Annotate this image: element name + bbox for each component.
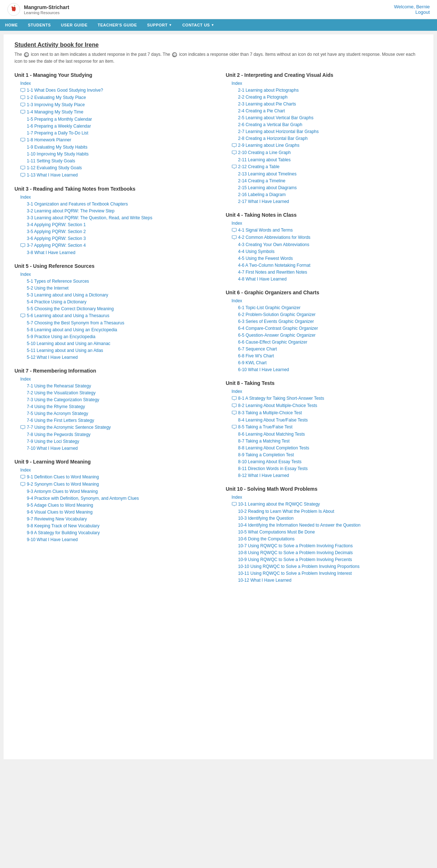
nav-item-support[interactable]: Support▼: [142, 19, 177, 31]
unit-item-link[interactable]: 4-1 Signal Words and Terms: [238, 227, 293, 233]
unit-item-link[interactable]: 5-1 Types of Reference Sources: [27, 278, 89, 285]
unit-index-unit7[interactable]: Index: [20, 377, 211, 382]
unit-index-unit6[interactable]: Index: [232, 298, 423, 303]
unit-item-link[interactable]: 9-1 Definition Clues to Word Meaning: [27, 474, 99, 480]
unit-item-link[interactable]: 1-9 Evaluating My Study Habits: [27, 144, 87, 150]
unit-item-link[interactable]: 2-8 Creating a Horizontal Bar Graph: [238, 135, 308, 142]
nav-item-user-guide[interactable]: User Guide: [56, 19, 92, 31]
unit-item-link[interactable]: 8-6 Learning About Matching Tests: [238, 431, 305, 437]
unit-item-link[interactable]: 4-5 Using the Fewest Words: [238, 255, 293, 262]
unit-index-unit3[interactable]: Index: [20, 195, 211, 200]
unit-item-link[interactable]: 7-10 What I Have Learned: [27, 445, 78, 452]
unit-item-link[interactable]: 8-3 Taking a Multiple-Choice Test: [238, 410, 302, 416]
unit-item-link[interactable]: 2-5 Learning about Vertical Bar Graphs: [238, 115, 314, 121]
unit-item-link[interactable]: 2-7 Learning about Horizontal Bar Graphs: [238, 128, 319, 135]
unit-item-link[interactable]: 10-6 Doing the Computations: [238, 536, 295, 542]
unit-index-unit10[interactable]: Index: [232, 495, 423, 500]
unit-item-link[interactable]: 2-11 Learning about Tables: [238, 157, 291, 163]
unit-item-link[interactable]: 5-5 Choosing the Correct Dictionary Mean…: [27, 306, 114, 312]
unit-item-link[interactable]: 2-3 Learning about Pie Charts: [238, 101, 296, 107]
unit-item-link[interactable]: 8-4 Learning About True/False Tests: [238, 417, 308, 423]
unit-item-link[interactable]: 8-1 A Strategy for Taking Short-Answer T…: [238, 395, 324, 402]
unit-item-link[interactable]: 7-3 Using the Categorization Strategy: [27, 396, 99, 403]
unit-item-link[interactable]: 10-2 Reading to Learn What the Problem I…: [238, 508, 335, 515]
unit-item-link[interactable]: 3-3 Learning about PQRW: The Question, R…: [27, 215, 152, 221]
unit-index-unit1[interactable]: Index: [20, 81, 211, 86]
unit-index-unit2[interactable]: Index: [232, 81, 423, 86]
unit-item-link[interactable]: 10-8 Using RQWQC to Solve a Problem Invo…: [238, 549, 353, 556]
unit-item-link[interactable]: 1-7 Preparing a Daily To-Do List: [27, 130, 88, 136]
unit-index-unit8[interactable]: Index: [232, 389, 423, 394]
unit-item-link[interactable]: 7-4 Using the Rhyme Strategy: [27, 403, 85, 410]
unit-item-link[interactable]: 8-9 Taking a Completion Test: [238, 452, 294, 458]
unit-item-link[interactable]: 2-1 Learning about Pictographs: [238, 87, 299, 94]
unit-item-link[interactable]: 1-3 Improving My Study Place: [27, 101, 85, 108]
unit-item-link[interactable]: 4-4 Using Symbols: [238, 248, 275, 255]
unit-item-link[interactable]: 4-3 Creating Your Own Abbreviations: [238, 241, 310, 248]
unit-item-link[interactable]: 10-11 Using RQWQC to Solve a Problem Inv…: [238, 570, 352, 577]
unit-item-link[interactable]: 8-2 Learning About Multiple-Choice Tests: [238, 402, 318, 409]
unit-item-link[interactable]: 6-7 Sequence Chart: [238, 346, 277, 352]
unit-item-link[interactable]: 1-10 Improving My Study Habits: [27, 151, 89, 157]
unit-item-link[interactable]: 6-10 What I Have Learned: [238, 366, 289, 373]
unit-item-link[interactable]: 10-1 Learning about the RQWQC Strategy: [238, 501, 320, 507]
nav-item-teacher's-guide[interactable]: Teacher's Guide: [93, 19, 142, 31]
unit-item-link[interactable]: 5-12 What I Have Learned: [27, 354, 78, 361]
unit-item-link[interactable]: 4-8 What I Have Learned: [238, 276, 287, 282]
unit-item-link[interactable]: 6-4 Compare-Contrast Graphic Organizer: [238, 325, 318, 332]
unit-item-link[interactable]: 3-6 Applying PQRW: Section 3: [27, 235, 86, 242]
unit-item-link[interactable]: 1-6 Preparing a Weekly Calendar: [27, 123, 91, 129]
unit-item-link[interactable]: 2-6 Creating a Vertical Bar Graph: [238, 121, 302, 128]
unit-item-link[interactable]: 7-6 Using the First Letters Strategy: [27, 417, 94, 424]
unit-item-link[interactable]: 7-2 Using the Visualization Strategy: [27, 390, 96, 396]
unit-item-link[interactable]: 10-9 Using RQWQC to Solve a Problem Invo…: [238, 556, 352, 563]
unit-item-link[interactable]: 7-1 Using the Rehearsal Strategy: [27, 383, 91, 389]
unit-item-link[interactable]: 6-3 Series of Events Graphic Organizer: [238, 318, 314, 325]
unit-item-link[interactable]: 10-5 What Computations Must Be Done: [238, 529, 315, 535]
nav-item-students[interactable]: Students: [23, 19, 56, 31]
unit-item-link[interactable]: 10-4 Identifying the Information Needed …: [238, 522, 361, 528]
unit-item-link[interactable]: 10-12 What I Have Learned: [238, 577, 291, 583]
unit-item-link[interactable]: 2-15 Learning about Diagrams: [238, 184, 297, 191]
unit-item-link[interactable]: 5-6 Learning about and Using a Thesaurus: [27, 312, 109, 319]
unit-item-link[interactable]: 10-7 Using RQWQC to Solve a Problem Invo…: [238, 543, 353, 549]
unit-item-link[interactable]: 9-2 Synonym Clues to Word Meaning: [27, 481, 99, 487]
unit-item-link[interactable]: 7-9 Using the Loci Strategy: [27, 438, 79, 445]
unit-item-link[interactable]: 4-6 A Two-Column Notetaking Format: [238, 262, 311, 269]
unit-item-link[interactable]: 5-8 Learning about and Using an Encyclop…: [27, 327, 117, 333]
unit-item-link[interactable]: 9-10 What I Have Learned: [27, 536, 78, 543]
unit-item-link[interactable]: 1-11 Setting Study Goals: [27, 158, 75, 164]
unit-item-link[interactable]: 10-10 Using RQWQC to Solve a Problem Inv…: [238, 563, 360, 570]
unit-item-link[interactable]: 5-4 Practice Using a Dictionary: [27, 299, 87, 305]
unit-item-link[interactable]: 2-10 Creating a Line Graph: [238, 149, 291, 156]
unit-item-link[interactable]: 8-10 Learning About Essay Tests: [238, 458, 302, 465]
unit-item-link[interactable]: 8-5 Taking a True/False Test: [238, 424, 293, 430]
unit-item-link[interactable]: 5-3 Learning about and Using a Dictionar…: [27, 292, 108, 298]
unit-item-link[interactable]: 10-3 Identifying the Question: [238, 515, 294, 522]
unit-item-link[interactable]: 6-6 Cause-Effect Graphic Organizer: [238, 339, 307, 345]
welcome-link[interactable]: Welcome, Bernie: [394, 4, 430, 9]
unit-item-link[interactable]: 2-12 Creating a Table: [238, 163, 280, 170]
unit-item-link[interactable]: 5-10 Learning about and Using an Almanac: [27, 340, 110, 347]
unit-item-link[interactable]: 8-11 Direction Words in Essay Tests: [238, 465, 308, 472]
unit-item-link[interactable]: 3-7 Applying PQRW: Section 4: [27, 242, 86, 249]
unit-item-link[interactable]: 7-5 Using the Acronym Strategy: [27, 410, 88, 417]
unit-item-link[interactable]: 6-8 Five W's Chart: [238, 353, 274, 359]
unit-item-link[interactable]: 9-5 Adage Clues to Word Meaning: [27, 502, 93, 508]
unit-item-link[interactable]: 9-3 Antonym Clues to Word Meaning: [27, 488, 98, 495]
unit-index-unit4[interactable]: Index: [232, 221, 423, 226]
unit-item-link[interactable]: 1-13 What I Have Learned: [27, 172, 78, 178]
unit-item-link[interactable]: 5-2 Using the Internet: [27, 285, 68, 291]
unit-item-link[interactable]: 6-5 Question-Answer Graphic Organizer: [238, 332, 316, 339]
unit-item-link[interactable]: 2-4 Creating a Pie Chart: [238, 108, 285, 114]
unit-item-link[interactable]: 3-5 Applying PQRW: Section 2: [27, 228, 86, 235]
unit-item-link[interactable]: 3-4 Applying PQRW: Section 1: [27, 221, 86, 228]
unit-item-link[interactable]: 3-2 Learning about PQRW: The Preview Ste…: [27, 208, 114, 214]
unit-item-link[interactable]: 6-2 Problem-Solution Graphic Organizer: [238, 311, 316, 318]
unit-item-link[interactable]: 8-12 What I Have Learned: [238, 472, 289, 479]
unit-item-link[interactable]: 9-8 Keeping Track of New Vocabulary: [27, 523, 100, 529]
unit-item-link[interactable]: 1-12 Evaluating Study Goals: [27, 165, 82, 171]
unit-item-link[interactable]: 2-17 What I Have Learned: [238, 198, 289, 205]
unit-item-link[interactable]: 2-16 Labeling a Diagram: [238, 191, 286, 198]
unit-item-link[interactable]: 7-8 Using the Pegwords Strategy: [27, 431, 91, 438]
